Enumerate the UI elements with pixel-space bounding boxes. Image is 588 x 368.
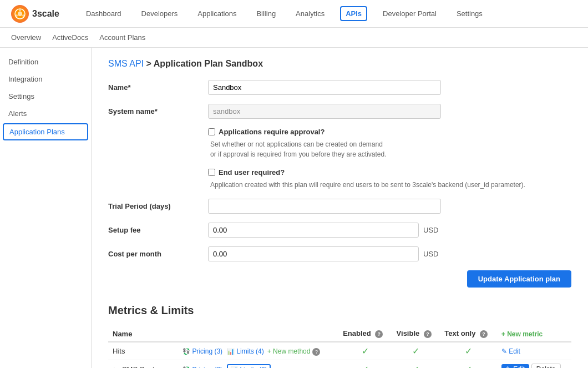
logo[interactable]: 3scale — [11, 5, 59, 23]
new-metric-link[interactable]: + New metric — [501, 330, 543, 338]
col-text-only: Text only ? — [440, 326, 496, 342]
main-layout: Definition Integration Settings Alerts A… — [0, 48, 588, 368]
row-name-cell: Hits — [108, 342, 178, 360]
approval-checkbox[interactable] — [208, 128, 215, 135]
row-text-only-cell: ✓ — [440, 360, 496, 369]
nav-developers[interactable]: Developers — [137, 7, 183, 20]
delete-button[interactable]: Delete — [531, 364, 561, 368]
enduser-group: End user required? Application created w… — [208, 168, 571, 190]
svg-point-4 — [16, 14, 18, 17]
setup-fee-usd: USD — [423, 226, 438, 234]
metrics-title: Metrics & Limits — [108, 304, 571, 317]
system-name-input[interactable] — [208, 104, 441, 119]
row-enabled-cell: ✓ — [338, 342, 392, 360]
table-row: ►SMS Sent💱 Pricing (2)📊 Limits (2)✓✓✓✎ E… — [108, 360, 571, 369]
sub-navigation: Overview ActiveDocs Account Plans — [0, 28, 588, 48]
breadcrumb-current: Application Plan Sandbox — [154, 59, 263, 68]
approval-group: Applications require approval? Set wheth… — [208, 128, 571, 159]
sidebar-item-integration[interactable]: Integration — [0, 70, 91, 88]
trial-period-label: Trial Period (days) — [108, 199, 208, 210]
nav-billing[interactable]: Billing — [252, 7, 280, 20]
breadcrumb-separator: > — [146, 59, 153, 68]
sidebar-item-settings[interactable]: Settings — [0, 88, 91, 105]
indent-arrow: ► — [113, 365, 120, 369]
nav-developer-portal[interactable]: Developer Portal — [378, 7, 441, 20]
approval-desc1: Set whether or not applications can be c… — [210, 140, 383, 148]
row-visible-cell: ✓ — [392, 360, 440, 369]
visible-check: ✓ — [412, 365, 419, 369]
form-group-name: Name* — [108, 80, 571, 95]
text-only-check: ✓ — [465, 365, 472, 369]
sidebar-item-alerts[interactable]: Alerts — [0, 105, 91, 122]
table-row: Hits💱 Pricing (3)📊 Limits (4)+ New metho… — [108, 342, 571, 360]
pricing-tag[interactable]: 💱 Pricing (2) — [183, 366, 222, 369]
name-input[interactable] — [208, 80, 441, 95]
cost-per-month-input[interactable] — [208, 246, 419, 261]
metrics-table: Name Enabled ? Visible ? Text only ? — [108, 326, 571, 368]
breadcrumb-api-link[interactable]: SMS API — [108, 59, 144, 68]
row-tags-cell: 💱 Pricing (3)📊 Limits (4)+ New method? — [178, 342, 338, 360]
enduser-checkbox[interactable] — [208, 169, 215, 176]
enduser-checkbox-row: End user required? — [208, 168, 571, 177]
pricing-tag[interactable]: 💱 Pricing (3) — [183, 347, 222, 355]
nav-dashboard[interactable]: Dashboard — [82, 7, 126, 20]
edit-link[interactable]: ✎ Edit — [501, 347, 520, 355]
nav-links: Dashboard Developers Applications Billin… — [82, 6, 487, 21]
nav-applications[interactable]: Applications — [193, 7, 241, 20]
row-text-only-cell: ✓ — [440, 342, 496, 360]
sidebar: Definition Integration Settings Alerts A… — [0, 48, 92, 368]
col-enabled: Enabled ? — [338, 326, 392, 342]
update-application-plan-button[interactable]: Update Application plan — [467, 270, 571, 288]
row-actions-cell: ✎ EditDelete — [497, 360, 571, 369]
svg-point-2 — [19, 9, 21, 12]
cost-per-month-label: Cost per month — [108, 246, 208, 258]
subnav-account-plans[interactable]: Account Plans — [99, 33, 145, 42]
approval-description: Set whether or not applications can be c… — [210, 139, 571, 159]
visible-help-icon[interactable]: ? — [424, 330, 432, 338]
limits-tag[interactable]: 📊 Limits (2) — [227, 364, 271, 369]
method-help-icon[interactable]: ? — [312, 348, 320, 356]
enabled-help-icon[interactable]: ? — [375, 330, 383, 338]
nav-apis[interactable]: APIs — [340, 6, 367, 21]
text-only-check: ✓ — [465, 346, 472, 356]
cost-per-month-usd: USD — [423, 250, 438, 258]
application-plan-form: Name* System name* Applications require … — [108, 80, 571, 288]
form-group-trial: Trial Period (days) — [108, 199, 571, 214]
nav-analytics[interactable]: Analytics — [291, 7, 329, 20]
setup-fee-input[interactable] — [208, 223, 419, 238]
system-name-label: System name* — [108, 104, 208, 115]
content-area: SMS API > Application Plan Sandbox Name*… — [92, 48, 588, 368]
approval-checkbox-row: Applications require approval? — [208, 128, 571, 136]
row-actions-cell: ✎ Edit — [497, 342, 571, 360]
col-spacer — [178, 326, 338, 342]
approval-label: Applications require approval? — [219, 128, 325, 136]
visible-check: ✓ — [412, 346, 419, 356]
metrics-section: Metrics & Limits Name Enabled ? Visible … — [108, 304, 571, 368]
subnav-overview[interactable]: Overview — [11, 33, 41, 42]
limits-tag[interactable]: 📊 Limits (4) — [227, 347, 264, 355]
sidebar-item-definition[interactable]: Definition — [0, 53, 91, 70]
logo-text: 3scale — [32, 9, 59, 19]
svg-point-3 — [22, 14, 24, 17]
subnav-activedocs[interactable]: ActiveDocs — [52, 33, 88, 42]
row-visible-cell: ✓ — [392, 342, 440, 360]
metrics-table-header: Name Enabled ? Visible ? Text only ? — [108, 326, 571, 342]
col-name: Name — [108, 326, 178, 342]
enduser-label: End user required? — [219, 168, 285, 177]
enabled-check: ✓ — [362, 346, 369, 356]
trial-period-input[interactable] — [208, 199, 441, 214]
name-label: Name* — [108, 80, 208, 92]
row-name-cell: ►SMS Sent — [108, 360, 178, 369]
setup-fee-group: USD — [208, 223, 438, 238]
col-visible: Visible ? — [392, 326, 440, 342]
new-method-link[interactable]: + New method — [267, 347, 311, 355]
edit-button[interactable]: ✎ Edit — [501, 364, 529, 368]
form-group-cost-per-month: Cost per month USD — [108, 246, 571, 261]
text-only-help-icon[interactable]: ? — [480, 330, 488, 338]
logo-icon — [11, 5, 29, 23]
sidebar-item-application-plans[interactable]: Application Plans — [3, 123, 88, 140]
row-enabled-cell: ✓ — [338, 360, 392, 369]
nav-settings[interactable]: Settings — [452, 7, 487, 20]
form-group-system-name: System name* — [108, 104, 571, 119]
enduser-description: Application created with this plan will … — [210, 180, 571, 190]
